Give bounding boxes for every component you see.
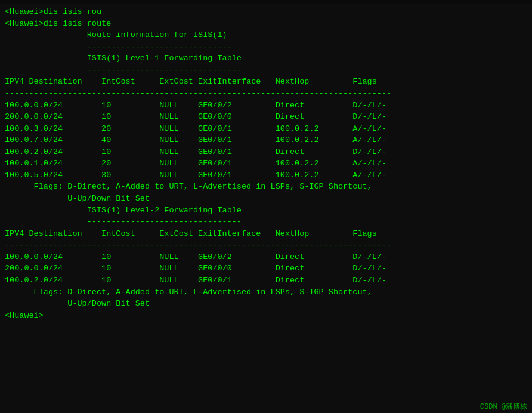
terminal-line-31: U-Up/Down Bit Set [5, 298, 527, 310]
terminal-line-28: 200.0.0.0/24 10 NULL GE0/0/0 Direct D/-/… [5, 263, 527, 275]
terminal-line-1: <Huawei>dis isis route [5, 18, 527, 30]
terminal-line-13: 100.0.3.0/24 20 NULL GE0/0/1 100.0.2.2 A… [5, 123, 527, 135]
terminal-line-14: 100.0.7.0/24 40 NULL GE0/0/1 100.0.2.2 A… [5, 134, 527, 146]
terminal-line-17: 100.0.5.0/24 30 NULL GE0/0/1 100.0.2.2 A… [5, 169, 527, 181]
terminal-output: <Huawei>dis isis rou<Huawei>dis isis rou… [5, 6, 527, 321]
terminal-line-30: Flags: D-Direct, A-Added to URT, L-Adver… [5, 286, 527, 298]
terminal-line-7: -------------------------------- [5, 64, 527, 76]
terminal-line-16: 100.0.1.0/24 20 NULL GE0/0/1 100.0.2.2 A… [5, 158, 527, 169]
terminal-line-4: ------------------------------ [5, 41, 527, 53]
terminal-window: <Huawei>dis isis rou<Huawei>dis isis rou… [0, 4, 532, 413]
terminal-line-19: U-Up/Down Bit Set [5, 193, 527, 205]
terminal-line-18: Flags: D-Direct, A-Added to URT, L-Adver… [5, 181, 527, 193]
terminal-line-27: 100.0.0.0/24 10 NULL GE0/0/2 Direct D/-/… [5, 251, 527, 263]
terminal-line-10: ----------------------------------------… [5, 88, 527, 100]
terminal-line-15: 100.0.2.0/24 10 NULL GE0/0/1 Direct D/-/… [5, 146, 527, 158]
terminal-line-29: 100.0.2.0/24 10 NULL GE0/0/1 Direct D/-/… [5, 275, 527, 286]
terminal-line-9: IPV4 Destination IntCost ExtCost ExitInt… [5, 76, 527, 88]
terminal-line-3: Route information for ISIS(1) [5, 29, 527, 41]
watermark: CSDN @潘博栋 [480, 402, 527, 412]
terminal-line-23: -------------------------------- [5, 216, 527, 228]
terminal-line-6: ISIS(1) Level-1 Forwarding Table [5, 53, 527, 64]
terminal-line-11: 100.0.0.0/24 10 NULL GE0/0/2 Direct D/-/… [5, 100, 527, 112]
terminal-line-26: ----------------------------------------… [5, 239, 527, 251]
terminal-line-0: <Huawei>dis isis rou [5, 6, 527, 18]
terminal-line-34: <Huawei> [5, 310, 527, 322]
terminal-line-12: 200.0.0.0/24 10 NULL GE0/0/0 Direct D/-/… [5, 111, 527, 123]
terminal-line-25: IPV4 Destination IntCost ExtCost ExitInt… [5, 228, 527, 240]
terminal-line-22: ISIS(1) Level-2 Forwarding Table [5, 205, 527, 217]
